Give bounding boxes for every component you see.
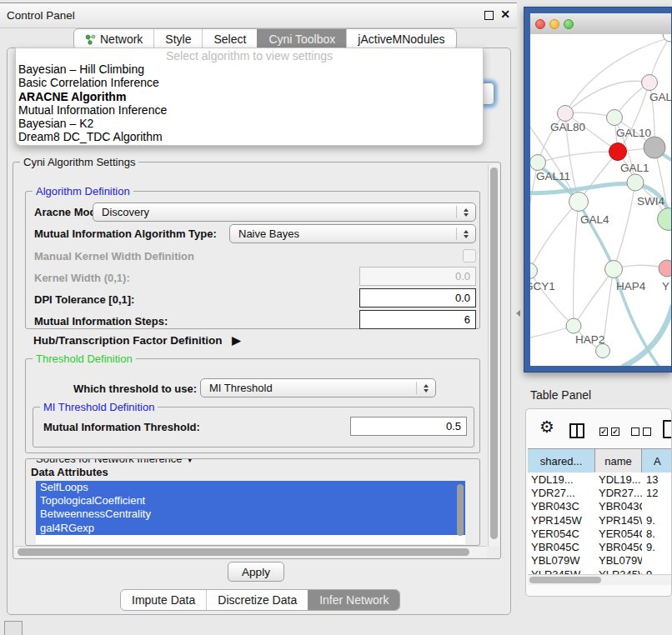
sources-title[interactable]: Sources for Network Inference ▼	[33, 458, 198, 465]
table-hscrollbar[interactable]	[528, 574, 671, 585]
node-label: GAL11	[536, 170, 570, 182]
cyni-algorithm-settings-title: Cyni Algorithm Settings	[20, 156, 138, 168]
node-gcy1[interactable]	[530, 263, 538, 279]
float-panel-icon[interactable]	[484, 11, 494, 20]
tab-discretize-data[interactable]: Discretize Data	[206, 590, 308, 610]
which-threshold-label: Which threshold to use:	[73, 382, 197, 395]
algorithm-option-selected[interactable]: ARACNE Algorithm	[16, 90, 483, 103]
list-item-selected[interactable]: TopologicalCoefficient	[36, 494, 465, 508]
column-header-a[interactable]: A	[642, 449, 672, 472]
network-window-titlebar	[530, 13, 671, 35]
node-swi4[interactable]	[658, 208, 672, 231]
minimize-traffic-light[interactable]	[549, 19, 559, 29]
algorithm-definition-group: Algorithm Definition Aracne Mode: Discov…	[25, 191, 480, 329]
table-panel: ⚙ ✓✓ shared... name A YDL19... YDL19... …	[525, 408, 672, 597]
minimized-panel-stub[interactable]	[4, 621, 23, 635]
mi-steps-input[interactable]	[359, 310, 476, 329]
node-gal11[interactable]	[530, 155, 546, 171]
dpi-tolerance-label: DPI Tolerance [0,1]:	[34, 293, 134, 306]
split-columns-icon[interactable]	[569, 423, 584, 438]
node-salmon[interactable]	[659, 260, 671, 277]
node-label: GAL4	[580, 213, 609, 226]
hide-columns-icon[interactable]	[631, 428, 651, 436]
close-panel-icon[interactable]: ✕	[500, 8, 510, 21]
node-label: Y	[662, 280, 669, 292]
mi-threshold-definition-group: MI Threshold Definition Mutual Informati…	[33, 407, 474, 448]
splitter-handle-icon[interactable]	[516, 310, 520, 317]
tab-cyni-toolbox[interactable]: Cyni Toolbox	[257, 29, 346, 49]
list-item-selected[interactable]: BetweennessCentrality	[36, 508, 465, 521]
table-row[interactable]: YDL19... YDL19... 13	[528, 472, 672, 486]
control-panel-title: Control Panel	[7, 9, 75, 22]
mi-type-label: Mutual Information Algorithm Type:	[34, 228, 217, 240]
algorithm-definition-title: Algorithm Definition	[33, 185, 133, 198]
node-red-selected[interactable]	[609, 143, 627, 161]
data-attributes-label: Data Attributes	[31, 466, 108, 478]
list-item-selected[interactable]: gal4RGexp	[36, 522, 465, 535]
kernel-width-input[interactable]	[359, 267, 476, 286]
table-header-row: shared... name A	[528, 448, 672, 473]
table-body: YDL19... YDL19... 13 YDR27... YDR27... 1…	[528, 472, 672, 574]
hub-definition-expander[interactable]: Hub/Transcription Factor Definition ▶	[33, 333, 241, 347]
close-traffic-light[interactable]	[535, 19, 545, 29]
dpi-tolerance-input[interactable]	[359, 288, 476, 308]
table-row[interactable]: YBR043C YBR043C	[528, 500, 672, 513]
node-unlabeled[interactable]	[663, 34, 671, 42]
network-graph: GAL GAL80 GAL10 GAL1 GAL11 SWI4 GAL4 GCY…	[530, 34, 671, 366]
node-gal10[interactable]	[607, 110, 623, 126]
cyni-algorithm-settings-group: Cyni Algorithm Settings Algorithm Defini…	[13, 162, 501, 559]
tab-select[interactable]: Select	[202, 29, 257, 49]
table-hscrollbar-thumb[interactable]	[529, 577, 601, 583]
kernel-width-label: Kernel Width (0,1):	[34, 272, 130, 284]
node-gal4[interactable]	[569, 192, 589, 212]
table-row[interactable]: YBL079W YBL079W	[528, 554, 672, 568]
spinner-arrows-icon	[416, 382, 435, 394]
gear-icon[interactable]: ⚙	[539, 417, 554, 437]
table-toolbar: ⚙ ✓✓	[526, 409, 671, 447]
node-unlabeled[interactable]	[596, 344, 610, 358]
tab-style[interactable]: Style	[153, 29, 202, 49]
threshold-definition-title: Threshold Definition	[33, 352, 136, 365]
tab-infer-network[interactable]: Infer Network	[308, 590, 399, 610]
table-row[interactable]: YDR27... YDR27... 12	[528, 486, 672, 499]
mi-algorithm-type-combo[interactable]: Naive Bayes	[229, 224, 476, 243]
settings-hscrollbar[interactable]	[15, 546, 487, 558]
algorithm-option[interactable]: Bayesian – K2	[16, 117, 483, 130]
node-hap4[interactable]	[605, 261, 623, 278]
algorithm-option[interactable]: Basic Correlation Inference	[16, 76, 483, 89]
list-item-selected[interactable]: SelfLoops	[36, 481, 465, 494]
zoom-traffic-light[interactable]	[564, 19, 574, 29]
which-threshold-combo[interactable]: MI Threshold	[200, 378, 436, 398]
spinner-arrows-icon	[456, 206, 475, 218]
table-row[interactable]: YLR345W YLR345W 9.	[528, 568, 672, 574]
node-gray[interactable]	[644, 137, 665, 158]
aracne-mode-combo[interactable]: Discovery	[93, 202, 476, 222]
screen: { "window": {"title": "Control Panel"}, …	[0, 0, 672, 635]
node-gal1[interactable]	[627, 174, 644, 191]
column-header-name[interactable]: name	[595, 449, 642, 472]
apply-button[interactable]: Apply	[228, 562, 284, 582]
export-table-icon[interactable]	[663, 420, 672, 438]
mi-threshold-input[interactable]	[350, 417, 467, 436]
node-hap2[interactable]	[566, 318, 581, 333]
list-vscrollbar-thumb[interactable]	[457, 484, 464, 536]
algorithm-option[interactable]: Dream8 DC_TDC Algorithm	[16, 130, 483, 143]
node-gal80[interactable]	[558, 106, 574, 122]
settings-vscrollbar-thumb[interactable]	[490, 168, 498, 539]
table-row[interactable]: YPR145W YPR145W 9.	[528, 513, 672, 527]
tab-network[interactable]: Network	[74, 29, 153, 49]
settings-hscrollbar-thumb[interactable]	[18, 548, 469, 556]
manual-kernel-checkbox[interactable]	[463, 249, 476, 262]
column-header-shared[interactable]: shared...	[528, 449, 595, 472]
table-row[interactable]: YBR045C YBR045C 9.	[528, 540, 672, 553]
threshold-definition-group: Threshold Definition Which threshold to …	[25, 358, 480, 453]
network-canvas[interactable]: GAL GAL80 GAL10 GAL1 GAL11 SWI4 GAL4 GCY…	[530, 34, 671, 366]
tab-impute-data[interactable]: Impute Data	[121, 590, 206, 610]
table-row[interactable]: YER054C YER054C 8.	[528, 527, 672, 540]
algorithm-option[interactable]: Bayesian – Hill Climbing	[16, 62, 483, 76]
algorithm-option[interactable]: Mutual Information Inference	[16, 103, 483, 117]
show-columns-icon[interactable]: ✓✓	[599, 428, 619, 436]
settings-vscrollbar[interactable]	[488, 164, 499, 546]
tab-jactivemnodules[interactable]: jActiveMNodules	[346, 29, 455, 49]
node-gal-pink[interactable]	[642, 75, 658, 91]
